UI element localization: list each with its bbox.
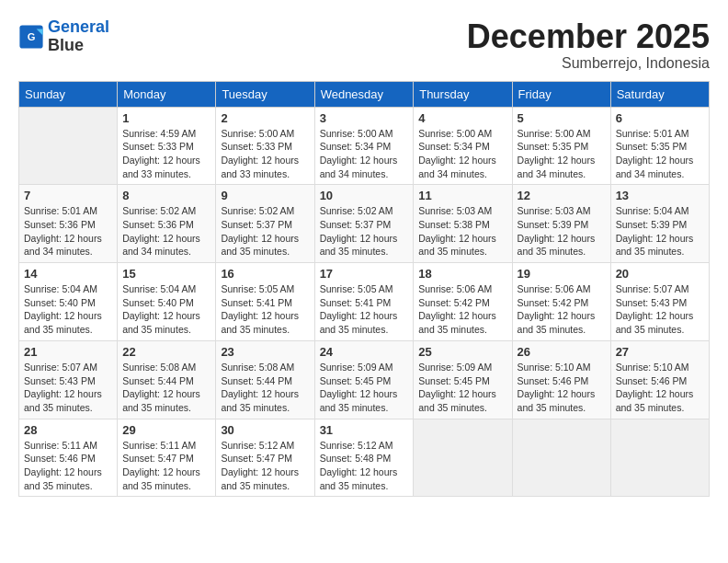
calendar-cell: 9Sunrise: 5:02 AM Sunset: 5:37 PM Daylig…: [216, 185, 314, 263]
calendar-cell: 31Sunrise: 5:12 AM Sunset: 5:48 PM Dayli…: [314, 419, 414, 497]
calendar-body: 1Sunrise: 4:59 AM Sunset: 5:33 PM Daylig…: [19, 107, 710, 497]
calendar-header-row: SundayMondayTuesdayWednesdayThursdayFrid…: [19, 81, 710, 107]
day-number: 28: [24, 423, 112, 437]
day-info: Sunrise: 5:04 AM Sunset: 5:39 PM Dayligh…: [616, 204, 704, 259]
day-info: Sunrise: 5:12 AM Sunset: 5:48 PM Dayligh…: [320, 439, 409, 493]
day-info: Sunrise: 5:05 AM Sunset: 5:41 PM Dayligh…: [320, 282, 409, 337]
weekday-header: Friday: [512, 81, 610, 107]
day-number: 12: [518, 189, 606, 202]
calendar-cell: [414, 419, 512, 497]
day-info: Sunrise: 5:09 AM Sunset: 5:45 PM Dayligh…: [418, 361, 506, 415]
day-number: 5: [518, 111, 606, 125]
calendar-cell: 20Sunrise: 5:07 AM Sunset: 5:43 PM Dayli…: [610, 263, 709, 341]
calendar-cell: 26Sunrise: 5:10 AM Sunset: 5:46 PM Dayli…: [512, 340, 610, 419]
day-number: 19: [518, 267, 606, 281]
day-info: Sunrise: 5:02 AM Sunset: 5:37 PM Dayligh…: [320, 204, 409, 259]
day-info: Sunrise: 5:09 AM Sunset: 5:45 PM Dayligh…: [320, 361, 409, 415]
day-number: 14: [24, 267, 112, 281]
day-number: 11: [418, 189, 506, 202]
calendar-cell: 3Sunrise: 5:00 AM Sunset: 5:34 PM Daylig…: [314, 107, 414, 185]
weekday-header: Wednesday: [314, 81, 414, 107]
day-info: Sunrise: 5:04 AM Sunset: 5:40 PM Dayligh…: [24, 282, 112, 337]
title-block: December 2025 Sumberrejo, Indonesia: [467, 18, 710, 72]
calendar-cell: 5Sunrise: 5:00 AM Sunset: 5:35 PM Daylig…: [512, 107, 610, 185]
day-number: 6: [616, 111, 704, 125]
day-info: Sunrise: 5:04 AM Sunset: 5:40 PM Dayligh…: [122, 282, 210, 337]
calendar-cell: 18Sunrise: 5:06 AM Sunset: 5:42 PM Dayli…: [414, 263, 512, 341]
calendar-cell: 22Sunrise: 5:08 AM Sunset: 5:44 PM Dayli…: [118, 340, 216, 419]
day-info: Sunrise: 5:03 AM Sunset: 5:39 PM Dayligh…: [518, 204, 606, 259]
day-info: Sunrise: 5:06 AM Sunset: 5:42 PM Dayligh…: [518, 282, 606, 337]
day-info: Sunrise: 5:02 AM Sunset: 5:37 PM Dayligh…: [221, 204, 309, 259]
calendar-cell: 15Sunrise: 5:04 AM Sunset: 5:40 PM Dayli…: [118, 263, 216, 341]
calendar-title: December 2025: [467, 18, 710, 55]
calendar-cell: 10Sunrise: 5:02 AM Sunset: 5:37 PM Dayli…: [314, 185, 414, 263]
day-number: 18: [418, 267, 506, 281]
calendar-cell: 21Sunrise: 5:07 AM Sunset: 5:43 PM Dayli…: [19, 340, 118, 419]
day-number: 25: [418, 345, 506, 359]
calendar-cell: 8Sunrise: 5:02 AM Sunset: 5:36 PM Daylig…: [118, 185, 216, 263]
calendar-cell: 24Sunrise: 5:09 AM Sunset: 5:45 PM Dayli…: [314, 340, 414, 419]
day-number: 10: [320, 189, 409, 202]
day-info: Sunrise: 5:01 AM Sunset: 5:35 PM Dayligh…: [616, 127, 704, 181]
calendar-cell: 1Sunrise: 4:59 AM Sunset: 5:33 PM Daylig…: [118, 107, 216, 185]
day-number: 17: [320, 267, 409, 281]
calendar-cell: 6Sunrise: 5:01 AM Sunset: 5:35 PM Daylig…: [610, 107, 709, 185]
calendar-week-row: 14Sunrise: 5:04 AM Sunset: 5:40 PM Dayli…: [19, 263, 710, 341]
day-number: 23: [221, 345, 309, 359]
day-info: Sunrise: 5:08 AM Sunset: 5:44 PM Dayligh…: [221, 361, 309, 415]
calendar-week-row: 21Sunrise: 5:07 AM Sunset: 5:43 PM Dayli…: [19, 340, 710, 419]
svg-text:G: G: [28, 31, 36, 42]
day-number: 15: [122, 267, 210, 281]
day-number: 30: [221, 423, 309, 437]
day-info: Sunrise: 5:01 AM Sunset: 5:36 PM Dayligh…: [24, 204, 112, 259]
calendar-cell: 28Sunrise: 5:11 AM Sunset: 5:46 PM Dayli…: [19, 419, 118, 497]
day-number: 4: [418, 111, 506, 125]
calendar-week-row: 7Sunrise: 5:01 AM Sunset: 5:36 PM Daylig…: [19, 185, 710, 263]
page-header: G General Blue December 2025 Sumberrejo,…: [18, 18, 710, 72]
calendar-cell: [512, 419, 610, 497]
calendar-cell: 2Sunrise: 5:00 AM Sunset: 5:33 PM Daylig…: [216, 107, 314, 185]
day-info: Sunrise: 5:00 AM Sunset: 5:35 PM Dayligh…: [518, 127, 606, 181]
day-info: Sunrise: 5:11 AM Sunset: 5:47 PM Dayligh…: [122, 439, 210, 493]
weekday-header: Monday: [118, 81, 216, 107]
day-info: Sunrise: 5:08 AM Sunset: 5:44 PM Dayligh…: [122, 361, 210, 415]
day-number: 9: [221, 189, 309, 202]
calendar-cell: 30Sunrise: 5:12 AM Sunset: 5:47 PM Dayli…: [216, 419, 314, 497]
day-number: 24: [320, 345, 409, 359]
calendar-cell: 13Sunrise: 5:04 AM Sunset: 5:39 PM Dayli…: [610, 185, 709, 263]
day-info: Sunrise: 5:06 AM Sunset: 5:42 PM Dayligh…: [418, 282, 506, 337]
day-info: Sunrise: 4:59 AM Sunset: 5:33 PM Dayligh…: [122, 127, 210, 181]
calendar-cell: 4Sunrise: 5:00 AM Sunset: 5:34 PM Daylig…: [414, 107, 512, 185]
day-info: Sunrise: 5:07 AM Sunset: 5:43 PM Dayligh…: [24, 361, 112, 415]
day-number: 21: [24, 345, 112, 359]
calendar-cell: 16Sunrise: 5:05 AM Sunset: 5:41 PM Dayli…: [216, 263, 314, 341]
weekday-header: Sunday: [19, 81, 118, 107]
weekday-header: Thursday: [414, 81, 512, 107]
calendar-cell: 17Sunrise: 5:05 AM Sunset: 5:41 PM Dayli…: [314, 263, 414, 341]
calendar-week-row: 1Sunrise: 4:59 AM Sunset: 5:33 PM Daylig…: [19, 107, 710, 185]
day-number: 20: [616, 267, 704, 281]
calendar-cell: 12Sunrise: 5:03 AM Sunset: 5:39 PM Dayli…: [512, 185, 610, 263]
weekday-header: Tuesday: [216, 81, 314, 107]
calendar-table: SundayMondayTuesdayWednesdayThursdayFrid…: [18, 81, 710, 498]
day-number: 7: [24, 189, 112, 202]
logo: G General Blue: [18, 18, 109, 55]
day-info: Sunrise: 5:00 AM Sunset: 5:33 PM Dayligh…: [221, 127, 309, 181]
day-info: Sunrise: 5:02 AM Sunset: 5:36 PM Dayligh…: [122, 204, 210, 259]
calendar-cell: 29Sunrise: 5:11 AM Sunset: 5:47 PM Dayli…: [118, 419, 216, 497]
calendar-cell: 11Sunrise: 5:03 AM Sunset: 5:38 PM Dayli…: [414, 185, 512, 263]
calendar-cell: 25Sunrise: 5:09 AM Sunset: 5:45 PM Dayli…: [414, 340, 512, 419]
calendar-cell: [610, 419, 709, 497]
day-number: 2: [221, 111, 309, 125]
day-number: 8: [122, 189, 210, 202]
day-info: Sunrise: 5:00 AM Sunset: 5:34 PM Dayligh…: [320, 127, 409, 181]
day-info: Sunrise: 5:07 AM Sunset: 5:43 PM Dayligh…: [616, 282, 704, 337]
day-number: 31: [320, 423, 409, 437]
day-info: Sunrise: 5:11 AM Sunset: 5:46 PM Dayligh…: [24, 439, 112, 493]
day-number: 3: [320, 111, 409, 125]
day-info: Sunrise: 5:10 AM Sunset: 5:46 PM Dayligh…: [616, 361, 704, 415]
calendar-cell: 14Sunrise: 5:04 AM Sunset: 5:40 PM Dayli…: [19, 263, 118, 341]
day-number: 1: [122, 111, 210, 125]
day-number: 26: [518, 345, 606, 359]
